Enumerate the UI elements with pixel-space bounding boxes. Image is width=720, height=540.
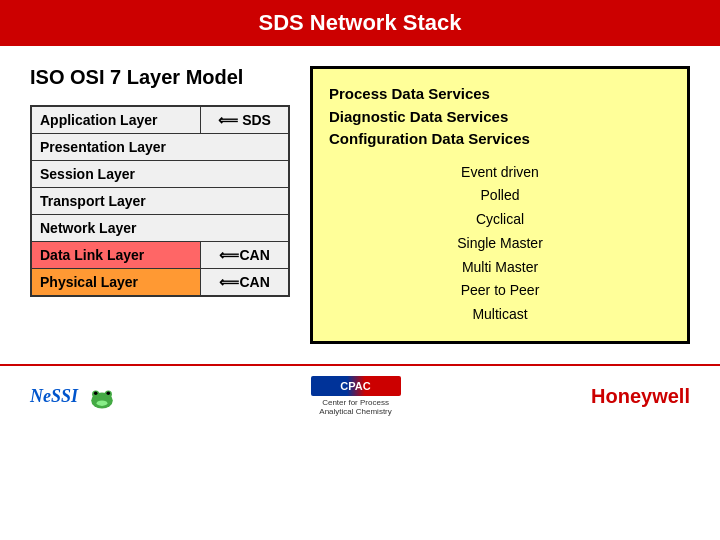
datalink-layer-cell: Data Link Layer [31,242,201,269]
mode-line-3: Cyclical [329,208,671,232]
honeywell-label: Honeywell [591,385,690,407]
layer-label: Data Link Layer [40,247,144,263]
modes-list: Event driven Polled Cyclical Single Mast… [329,161,671,328]
layer-table: Application Layer ⟸ SDS Presentation Lay… [30,105,290,297]
layer-label: Session Layer [40,166,135,182]
transport-layer-cell: Transport Layer [31,188,289,215]
nessi-label: NeSSI [30,386,78,407]
session-layer-cell: Session Layer [31,161,289,188]
can-arrow-cell-2: ⟸CAN [201,269,289,297]
layer-label: Presentation Layer [40,139,166,155]
layer-label: Physical Layer [40,274,138,290]
table-row: Presentation Layer [31,134,289,161]
service-line-2: Diagnostic Data Services [329,106,671,129]
mode-line-6: Peer to Peer [329,279,671,303]
mode-line-1: Event driven [329,161,671,185]
mode-line-7: Multicast [329,303,671,327]
presentation-layer-cell: Presentation Layer [31,134,289,161]
layer-label: Network Layer [40,220,136,236]
osi-panel: ISO OSI 7 Layer Model Application Layer … [30,66,290,344]
osi-title: ISO OSI 7 Layer Model [30,66,290,89]
can-arrow-cell-1: ⟸CAN [201,242,289,269]
frog-icon [84,378,120,414]
sds-arrow: ⟸ SDS [218,112,271,128]
application-layer-cell: Application Layer [31,106,201,134]
mode-line-4: Single Master [329,232,671,256]
service-line-1: Process Data Services [329,83,671,106]
layer-label: Transport Layer [40,193,146,209]
table-row: Application Layer ⟸ SDS [31,106,289,134]
can-arrow-2: ⟸CAN [219,274,269,290]
table-row: Transport Layer [31,188,289,215]
page-title: SDS Network Stack [259,10,462,35]
cpac-logo-area: CPAC Center for ProcessAnalytical Chemis… [311,376,401,416]
application-arrow-cell: ⟸ SDS [201,106,289,134]
physical-layer-cell: Physical Layer [31,269,201,297]
can-arrow-1: ⟸CAN [219,247,269,263]
honeywell-logo: Honeywell [591,385,690,408]
services-list: Process Data Services Diagnostic Data Se… [329,83,671,151]
cpac-sublabel: Center for ProcessAnalytical Chemistry [319,398,391,416]
layer-label: Application Layer [40,112,157,128]
svg-point-4 [107,392,111,396]
title-bar: SDS Network Stack [0,0,720,46]
table-row: Data Link Layer ⟸CAN [31,242,289,269]
right-panel: Process Data Services Diagnostic Data Se… [310,66,690,344]
svg-point-5 [97,401,108,406]
main-content: ISO OSI 7 Layer Model Application Layer … [0,46,720,364]
footer-bar: NeSSI CPAC Center for ProcessAnalytical … [0,368,720,424]
nessi-logo-area: NeSSI [30,378,120,414]
divider [0,364,720,366]
service-line-3: Configuration Data Services [329,128,671,151]
table-row: Physical Layer ⟸CAN [31,269,289,297]
mode-line-5: Multi Master [329,256,671,280]
network-layer-cell: Network Layer [31,215,289,242]
cpac-label: CPAC [340,380,370,392]
table-row: Session Layer [31,161,289,188]
table-row: Network Layer [31,215,289,242]
mode-line-2: Polled [329,184,671,208]
svg-point-3 [94,392,98,396]
